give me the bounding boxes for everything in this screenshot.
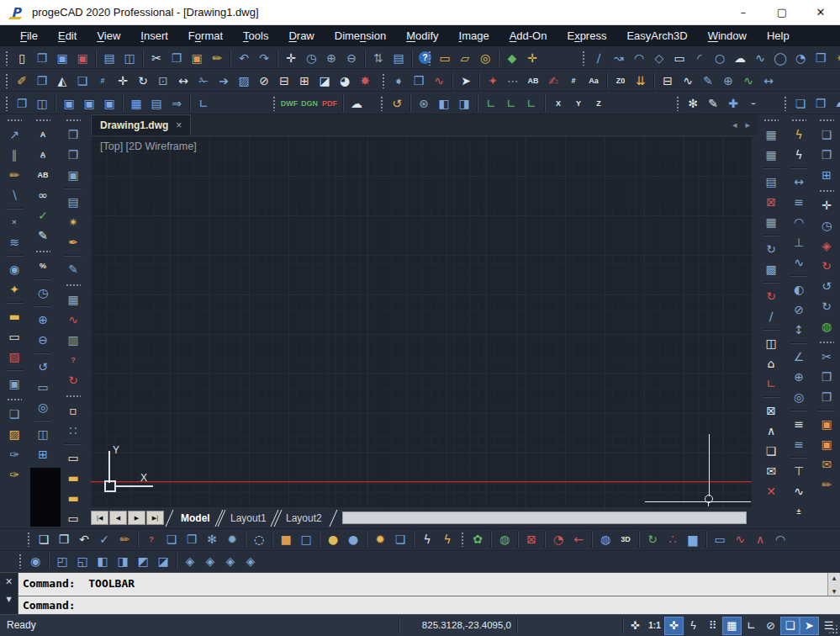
match-properties-icon[interactable]: ✏ <box>207 49 227 67</box>
last-layout-button[interactable]: ▶| <box>146 511 164 525</box>
toolbar-grip[interactable] <box>66 119 81 122</box>
break-icon[interactable]: ⊘ <box>254 72 274 90</box>
command-input-line[interactable]: Command: <box>18 596 840 614</box>
menu-easyarch3d[interactable]: EasyArch3D <box>616 25 697 46</box>
dim-center-mark-icon[interactable]: ⊤ <box>787 461 811 481</box>
move-icon[interactable]: ✛ <box>113 72 133 90</box>
measure-distance-icon[interactable]: ▭ <box>435 49 455 67</box>
layer-walk-icon[interactable]: ❐ <box>54 530 74 549</box>
toolbar-grip[interactable] <box>791 119 806 122</box>
layer-brush-icon[interactable]: ✏ <box>114 530 135 549</box>
ellipse-arc-icon[interactable]: ◔ <box>790 49 811 67</box>
command-expand-icon[interactable]: ▼ <box>6 596 11 603</box>
insert-block-icon[interactable]: ❒ <box>811 49 831 67</box>
layer-isolate-icon[interactable]: ◌ <box>249 530 269 549</box>
zoom-back-icon[interactable]: ↺ <box>31 357 55 377</box>
cut-icon[interactable]: ✂ <box>146 49 166 67</box>
toolbar-grip[interactable] <box>272 96 276 111</box>
toolbar-grip[interactable] <box>66 395 81 398</box>
close-icon[interactable]: × <box>176 119 182 131</box>
menu-insert[interactable]: Insert <box>130 25 178 46</box>
menu-add-on[interactable]: Add-On <box>499 25 557 46</box>
center-mark-icon[interactable]: ⊕ <box>718 72 738 90</box>
save-view-icon[interactable]: ▣ <box>3 374 26 394</box>
break-at-point-icon[interactable]: ⊟ <box>274 72 294 90</box>
group-icon[interactable]: ❏ <box>815 125 838 145</box>
document-tab-drawing1[interactable]: Drawing1.dwg × <box>91 114 191 135</box>
menu-image[interactable]: Image <box>449 25 499 46</box>
dim-linear-icon[interactable]: ↔ <box>787 172 811 192</box>
layer-flash-gold-icon[interactable]: ϟ <box>437 530 457 549</box>
save-icon[interactable]: ▣ <box>52 49 72 67</box>
rectangle-icon[interactable]: ▭ <box>669 49 689 67</box>
layer-on-icon[interactable]: ● <box>323 530 343 549</box>
edit-hatch-icon[interactable]: ▨ <box>234 72 254 90</box>
mail-sheet-icon[interactable]: ✉ <box>759 461 783 481</box>
find-text-icon[interactable]: ∞ <box>31 185 55 205</box>
paste-edit-icon[interactable]: ✏ <box>815 474 838 495</box>
zoom-clock-icon[interactable]: ◷ <box>31 283 55 303</box>
mail-block-icon[interactable]: ⊠ <box>521 530 542 549</box>
toolbar-grip[interactable] <box>819 119 834 122</box>
toolbar-grip[interactable] <box>676 96 679 111</box>
dim-delete-icon[interactable]: ✕ <box>759 481 783 501</box>
orbit-free-icon[interactable]: ↻ <box>815 256 838 276</box>
next-layout-button[interactable]: ▶ <box>128 511 145 525</box>
zoom-in-alt-icon[interactable]: ⊕ <box>787 367 811 387</box>
orbit-horizontal-icon[interactable]: ↺ <box>815 276 838 296</box>
orbit-vertical-icon[interactable]: ↻ <box>815 296 838 316</box>
arc-icon[interactable]: ◠ <box>629 49 649 67</box>
quick-dimension-icon[interactable]: ϟ <box>787 125 811 145</box>
dim-arc-icon[interactable]: ◠ <box>787 212 811 232</box>
ucs-view-icon[interactable]: ◨ <box>454 94 474 113</box>
id-coordinates-icon[interactable]: ✛ <box>522 49 542 67</box>
image-stack-icon[interactable]: ▦ <box>759 212 783 232</box>
group-grid-icon[interactable]: ⊞ <box>815 165 838 185</box>
dim-radius-icon[interactable]: ◐ <box>787 279 811 299</box>
toolbar-grip[interactable] <box>18 554 22 569</box>
image-rotate-icon[interactable]: ↻ <box>759 286 783 306</box>
image-attach-icon[interactable]: ▦ <box>759 125 783 145</box>
entity-info-icon[interactable]: ◆ <box>502 49 522 67</box>
view-nw-iso-icon[interactable]: ◈ <box>240 552 261 570</box>
chart-bars-icon[interactable]: ▆ <box>683 530 703 549</box>
layer-add-icon[interactable]: ✚ <box>723 94 743 113</box>
chamfer-icon[interactable]: ◪ <box>314 72 335 90</box>
export-file-icon[interactable]: ⇒ <box>166 94 187 113</box>
polygon-icon[interactable]: ◇ <box>649 49 669 67</box>
view-front-icon[interactable]: ◩ <box>133 552 153 570</box>
doc-tabs-scroll-right-button[interactable]: ▸ <box>745 119 750 130</box>
toolbar-grip[interactable] <box>380 96 383 111</box>
pdf-import-icon[interactable]: ← <box>568 530 589 549</box>
hatch-select-icon[interactable]: ▨ <box>3 347 26 367</box>
dwg-gauge-icon[interactable]: ◔ <box>548 530 568 549</box>
layout-tab-layout2[interactable]: Layout2 <box>271 510 338 527</box>
join-icon[interactable]: ⊞ <box>294 72 314 90</box>
ucs-object-icon[interactable]: ◧ <box>434 94 454 113</box>
fillet-icon[interactable]: ◕ <box>335 72 355 90</box>
dim-ticks-a-icon[interactable]: ▭ <box>61 448 85 468</box>
remote-text-icon[interactable]: ✍ <box>543 72 563 90</box>
polar-toggle[interactable]: ⊘ <box>761 617 780 635</box>
menu-file[interactable]: File <box>10 25 48 46</box>
zero-suppress-icon[interactable]: Z0 <box>610 72 631 90</box>
minimize-button[interactable]: – <box>724 0 763 25</box>
etrack-toggle[interactable]: ϟ <box>684 617 703 635</box>
ellipse-icon[interactable]: ◯ <box>770 49 790 67</box>
scale-icon[interactable]: ⊡ <box>153 72 173 90</box>
toolbar-grip[interactable] <box>27 532 30 547</box>
dim-baseline-icon[interactable]: ≡ <box>787 192 811 212</box>
vector-nodes-icon[interactable]: ∴ <box>663 530 683 549</box>
roof-line-icon[interactable]: ∧ <box>759 421 783 441</box>
cut-clip-icon[interactable]: ✂ <box>815 347 838 367</box>
bezier-pen-icon[interactable]: ✑ <box>3 444 26 464</box>
window-frame-icon[interactable]: ⊠ <box>759 400 783 421</box>
regen-icon[interactable]: ⇅ <box>368 49 388 67</box>
ucs-x-icon[interactable]: X <box>548 94 568 113</box>
prev-layout-button[interactable]: ◀ <box>109 511 127 525</box>
image-slash-icon[interactable]: ∕ <box>759 306 783 326</box>
spell-check-icon[interactable]: ✓ <box>31 205 55 225</box>
group-edit-icon[interactable]: ❐ <box>815 145 838 165</box>
ucs-z-axis-icon[interactable]: ∟ <box>501 94 521 113</box>
graph-line-icon[interactable]: ∿ <box>738 72 758 90</box>
